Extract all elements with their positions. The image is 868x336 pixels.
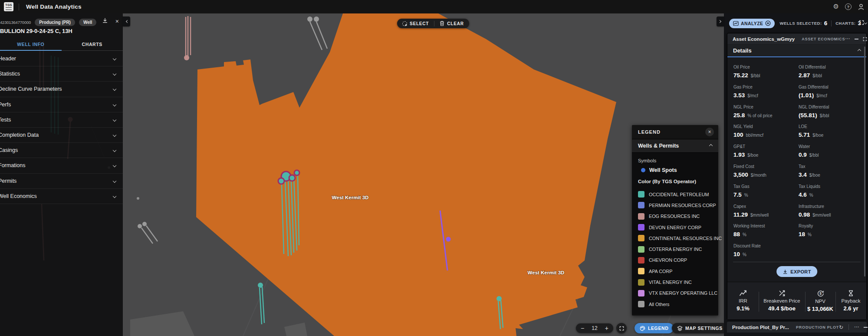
kpi-irr: IRR 9.1% (727, 282, 759, 320)
well-spot-teal[interactable] (496, 296, 502, 301)
map-dot (137, 197, 139, 200)
close-panel-button[interactable]: × (115, 17, 119, 25)
section-completion-data[interactable]: Completion Data (0, 128, 123, 143)
tab-charts[interactable]: CHARTS (62, 38, 123, 50)
legend-group-wells-permits[interactable]: Wells & Permits (632, 139, 718, 153)
settings-gear-icon[interactable]: ⚙ (833, 3, 839, 10)
field-water: Water0.9$/bbl (799, 142, 860, 161)
field-gas-differential: Gas Differential(1.01)$/mcf (799, 82, 860, 102)
map-settings-label: MAP SETTINGS (685, 326, 723, 331)
well-spot-eog[interactable] (184, 55, 189, 60)
fullscreen-icon (859, 20, 864, 25)
section-formations[interactable]: Formations (0, 158, 123, 173)
divider (19, 3, 19, 10)
legend-button-label: LEGEND (648, 326, 668, 331)
minimize-button[interactable] (864, 327, 868, 328)
legend-toggle-button[interactable]: LEGEND (635, 323, 674, 333)
map-settings-button[interactable]: MAP SETTINGS (672, 323, 728, 333)
section-header[interactable]: Header (0, 51, 123, 66)
section-perfs[interactable]: Perfs (0, 97, 123, 112)
details-section-header[interactable]: Details (727, 45, 866, 57)
legend-operator: CHEVRON CORP (638, 255, 712, 266)
color-swatch (638, 191, 644, 198)
section-permits[interactable]: Permits (0, 174, 123, 189)
clear-button-label: CLEAR (447, 21, 464, 26)
section-tests[interactable]: Tests (0, 112, 123, 128)
help-icon[interactable]: ? (845, 3, 852, 10)
user-account-icon[interactable] (858, 3, 865, 10)
tab-well-info[interactable]: WELL INFO (0, 38, 62, 50)
more-options-button[interactable]: ··· (845, 36, 850, 42)
more-options-button[interactable]: ··· (854, 325, 859, 330)
kpi-payback: Payback 2.6 yr (835, 282, 866, 320)
scrollbar[interactable] (864, 46, 865, 277)
type-badge: Well (79, 19, 96, 26)
minimize-button[interactable] (855, 39, 858, 40)
analyze-label: ANALYZE (741, 21, 763, 26)
divider (831, 20, 832, 26)
legend-body: Symbols Well Spots Color (By TGS Operato… (632, 153, 718, 315)
select-button[interactable]: SELECT (397, 19, 434, 28)
color-swatch (638, 224, 644, 231)
field-tax-liquids: Tax Liquids4.6% (799, 181, 860, 201)
map-selection-toolbar: SELECT CLEAR (397, 19, 469, 28)
symbols-label: Symbols (638, 158, 712, 163)
chevron-down-icon (113, 87, 116, 91)
window-type-tag: ASSET ECONOMICS (802, 37, 845, 41)
legend-close-button[interactable]: × (705, 128, 714, 136)
layers-icon (677, 326, 683, 331)
refresh-button[interactable]: ↻ (839, 325, 843, 330)
maximize-icon[interactable] (863, 37, 867, 41)
section-casings[interactable]: Casings (0, 143, 123, 158)
window-type-tag: PRODUCTION PLOT (796, 325, 839, 329)
field-ngl-yield: NGL Yield100bbl/mmcf (733, 122, 799, 142)
download-icon (102, 17, 108, 23)
svg-text:$: $ (819, 291, 822, 296)
chevron-right-icon (718, 20, 721, 23)
map-fullscreen-button[interactable] (616, 323, 627, 333)
chevron-down-icon (113, 118, 116, 122)
panel-fullscreen-button[interactable] (859, 20, 864, 25)
well-spot-gray[interactable] (314, 16, 319, 22)
collapse-left-panel-tab[interactable] (123, 16, 130, 26)
zoom-out-button[interactable]: − (581, 324, 584, 333)
zoom-in-button[interactable]: + (605, 324, 608, 333)
dollar-cycle-icon: $ (817, 290, 824, 297)
palette-icon (640, 326, 645, 331)
analyze-button[interactable]: ANALYZE (729, 19, 775, 28)
well-spot-symbol (641, 168, 645, 172)
app-root: West Kermit 3D West Kermit 3D SELECT CLE… (0, 0, 868, 336)
field-gpt: GP&T1.93$/boe (733, 142, 799, 161)
economics-fields-grid: Oil Price75.22$/bbl Oil Differential2.87… (733, 62, 860, 261)
well-spot-gray[interactable] (138, 224, 142, 228)
legend-operator: CONTINENTAL RESOURCES INC (638, 233, 712, 244)
divider (848, 324, 849, 330)
color-by-operator-label: Color (By TGS Operator) (638, 179, 712, 184)
charts-label: CHARTS: (835, 21, 855, 26)
export-button[interactable]: EXPORT (776, 266, 817, 277)
economics-kpi-strip: IRR 9.1% Breakeven Price 49.4 $/boe $ (727, 282, 866, 320)
tgs-logo[interactable]: TGS (4, 2, 13, 11)
status-badge: Producing (PR) (35, 19, 75, 26)
legend-panel: LEGEND × Wells & Permits Symbols Well Sp… (632, 125, 718, 316)
well-spot-gray[interactable] (307, 16, 312, 22)
well-spot-gray[interactable] (142, 222, 147, 226)
well-spot-devon[interactable] (446, 237, 451, 242)
legend-operator: PERMIAN RESOURCES CORP (638, 200, 712, 211)
legend-operator: EOG RESOURCES INC (638, 211, 712, 222)
download-button[interactable] (102, 17, 108, 23)
color-swatch (638, 213, 644, 220)
color-swatch (638, 290, 644, 296)
chevron-down-icon[interactable] (864, 21, 867, 24)
window-title: Production Plot_By Pr... (732, 325, 789, 330)
section-well-economics[interactable]: Well Economics (0, 189, 123, 204)
well-detail-panel: 42301364770000 Producing (PR) Well × BUL… (0, 13, 123, 336)
clear-button[interactable]: CLEAR (434, 19, 469, 28)
expand-right-panel-tab[interactable] (717, 16, 724, 26)
section-decline-curve-parameters[interactable]: Decline Curve Parameters (0, 82, 123, 97)
section-statistics[interactable]: Statistics (0, 66, 123, 82)
field-loe: LOE5.71$/boe (799, 122, 860, 142)
analysis-panel: ANALYZE WELLS SELECTED: 6 CHARTS: 3 Asse… (724, 13, 868, 336)
legend-operator: COTERRA ENERGY INC (638, 244, 712, 254)
well-spot-teal[interactable] (258, 283, 263, 288)
